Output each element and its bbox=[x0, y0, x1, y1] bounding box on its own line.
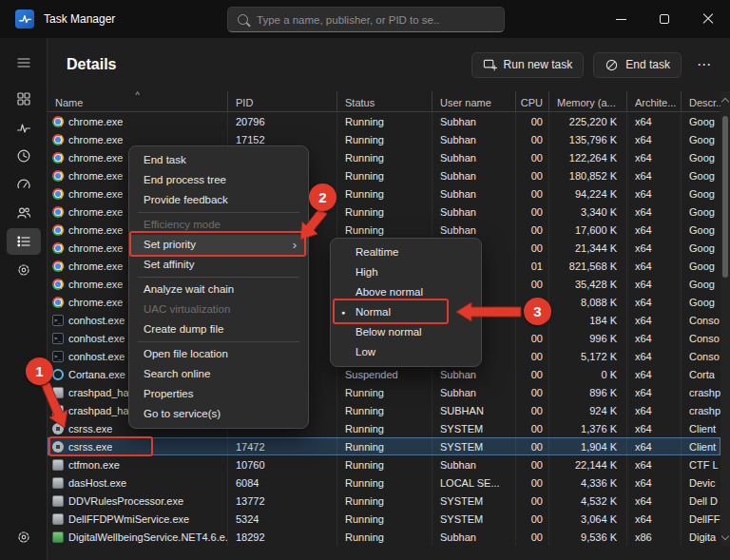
process-user-name: Subhan bbox=[432, 221, 516, 239]
process-name: chrome.exe bbox=[68, 261, 123, 272]
search-box[interactable] bbox=[227, 7, 505, 32]
process-row[interactable]: DDVRulesProcessor.exe 13772 Running SYST… bbox=[48, 492, 720, 510]
context-menu-item[interactable]: Search online bbox=[129, 364, 308, 384]
process-memory: 4,336 K bbox=[549, 473, 627, 492]
context-menu-item[interactable]: Efficiency mode bbox=[129, 215, 308, 235]
sort-ascending-icon: ^ bbox=[135, 91, 139, 100]
process-user-name: Subhan bbox=[432, 203, 516, 221]
process-user-name: SYSTEM bbox=[432, 510, 516, 528]
priority-submenu-item[interactable]: Above normal bbox=[331, 282, 481, 302]
priority-submenu-item[interactable]: High bbox=[331, 262, 481, 282]
process-cpu: 00 bbox=[516, 184, 549, 203]
hamburger-menu-button[interactable] bbox=[7, 49, 41, 76]
process-row[interactable]: chrome.exe 20796 Running Subhan 00 225,2… bbox=[48, 112, 720, 130]
process-user-name: SYSTEM bbox=[432, 419, 516, 437]
process-name: chrome.exe bbox=[68, 170, 123, 182]
process-icon bbox=[52, 459, 64, 471]
context-menu-item[interactable]: Set affinity bbox=[129, 255, 308, 275]
context-menu-item[interactable]: Create dump file bbox=[129, 319, 308, 339]
context-menu-item[interactable]: Provide feedback bbox=[129, 190, 308, 210]
process-description: Corta bbox=[682, 365, 720, 383]
process-name: chrome.exe bbox=[68, 242, 123, 254]
run-new-task-button[interactable]: Run new task bbox=[471, 52, 585, 78]
sidebar-item-processes[interactable] bbox=[7, 86, 41, 112]
context-menu-item[interactable]: Open file location bbox=[129, 344, 308, 364]
column-header-name[interactable]: ^ Name bbox=[48, 91, 228, 111]
column-header-architecture[interactable]: Archite... bbox=[627, 91, 682, 111]
close-button[interactable] bbox=[686, 0, 730, 38]
process-cpu: 00 bbox=[516, 401, 549, 419]
scroll-down-icon[interactable] bbox=[721, 532, 729, 540]
minimize-button[interactable] bbox=[599, 0, 643, 38]
process-architecture: x64 bbox=[627, 112, 682, 130]
process-cpu: 00 bbox=[516, 383, 549, 401]
column-header-memory[interactable]: Memory (a... bbox=[549, 91, 627, 111]
context-menu-item[interactable] bbox=[129, 210, 308, 215]
annotation-badge-3: 3 bbox=[524, 298, 551, 325]
sidebar-item-startup-apps[interactable] bbox=[7, 171, 41, 198]
more-options-button[interactable]: ⋯ bbox=[691, 51, 717, 78]
column-header-status[interactable]: Status bbox=[337, 91, 432, 111]
process-memory: 122,264 K bbox=[549, 148, 627, 166]
process-row[interactable]: DellFFDPWmiService.exe 5324 Running SYST… bbox=[48, 510, 720, 528]
context-menu-item[interactable] bbox=[129, 339, 308, 344]
process-row[interactable]: DigitalWellbeingService.NET4.6.e... 1829… bbox=[48, 528, 720, 546]
priority-submenu: Realtime High Above normal Normal Below … bbox=[330, 238, 482, 367]
process-status: Running bbox=[337, 510, 432, 528]
task-manager-logo-icon bbox=[15, 10, 34, 29]
sidebar-item-performance[interactable] bbox=[7, 114, 41, 141]
process-pid: 5324 bbox=[228, 510, 337, 528]
process-architecture: x64 bbox=[627, 437, 682, 455]
context-menu-item[interactable]: Analyze wait chain bbox=[129, 280, 308, 299]
end-task-button[interactable]: End task bbox=[593, 52, 682, 78]
sidebar-item-app-history[interactable] bbox=[7, 143, 41, 169]
process-row[interactable]: ctfmon.exe 10760 Running Subhan 00 22,14… bbox=[48, 455, 720, 473]
process-memory: 821,568 K bbox=[549, 257, 627, 275]
process-description: DellFF bbox=[682, 510, 720, 528]
sidebar-item-users[interactable] bbox=[7, 200, 41, 226]
column-header-cpu[interactable]: CPU bbox=[516, 91, 549, 111]
process-memory: 5,172 K bbox=[549, 347, 627, 365]
process-name: DellFFDPWmiService.exe bbox=[68, 513, 189, 525]
context-menu-item[interactable]: UAC virtualization bbox=[129, 299, 308, 319]
window-title: Task Manager bbox=[44, 12, 115, 26]
column-header-user-name[interactable]: User name bbox=[432, 91, 516, 111]
context-menu-item[interactable]: End task bbox=[129, 150, 308, 170]
sidebar-item-details[interactable] bbox=[7, 228, 41, 255]
process-memory: 225,220 K bbox=[549, 112, 627, 130]
sidebar-item-services[interactable] bbox=[7, 257, 41, 283]
priority-submenu-item[interactable]: Realtime bbox=[331, 242, 481, 262]
scrollbar-thumb[interactable] bbox=[722, 116, 728, 278]
priority-submenu-item[interactable]: Below normal bbox=[331, 322, 481, 342]
process-architecture: x64 bbox=[627, 401, 682, 419]
column-header-pid[interactable]: PID bbox=[228, 91, 337, 111]
sidebar-item-settings[interactable] bbox=[7, 524, 41, 550]
priority-submenu-item[interactable]: Low bbox=[331, 342, 481, 362]
scroll-up-icon[interactable] bbox=[721, 98, 729, 106]
process-status: Running bbox=[337, 203, 432, 221]
context-menu-item[interactable]: Go to service(s) bbox=[129, 404, 308, 424]
process-row[interactable]: dasHost.exe 6084 Running LOCAL SE... 00 … bbox=[48, 473, 720, 492]
process-architecture: x64 bbox=[627, 130, 682, 148]
process-name: conhost.exe bbox=[68, 315, 125, 326]
process-memory: 0 K bbox=[549, 365, 627, 383]
search-input[interactable] bbox=[257, 14, 494, 26]
maximize-button[interactable] bbox=[643, 0, 686, 38]
maximize-icon bbox=[660, 14, 669, 24]
process-icon bbox=[52, 116, 64, 127]
context-menu-item[interactable] bbox=[129, 275, 308, 280]
users-icon bbox=[16, 205, 31, 221]
priority-submenu-item[interactable]: Normal bbox=[331, 302, 481, 322]
column-header-description[interactable]: Descr... bbox=[682, 91, 720, 111]
process-status: Running bbox=[337, 130, 432, 148]
context-menu-item[interactable]: Set priority bbox=[129, 235, 308, 255]
process-cpu: 00 bbox=[516, 166, 549, 184]
context-menu-item[interactable]: End process tree bbox=[129, 170, 308, 190]
process-row[interactable]: csrss.exe 17472 Running SYSTEM 00 1,904 … bbox=[48, 437, 720, 455]
process-description: Goog bbox=[682, 221, 720, 239]
context-menu-item[interactable]: Properties bbox=[129, 384, 308, 404]
process-cpu: 00 bbox=[516, 365, 549, 383]
process-memory: 3,064 K bbox=[549, 510, 627, 528]
vertical-scrollbar[interactable] bbox=[720, 91, 730, 547]
process-user-name: Subhan bbox=[432, 148, 516, 166]
